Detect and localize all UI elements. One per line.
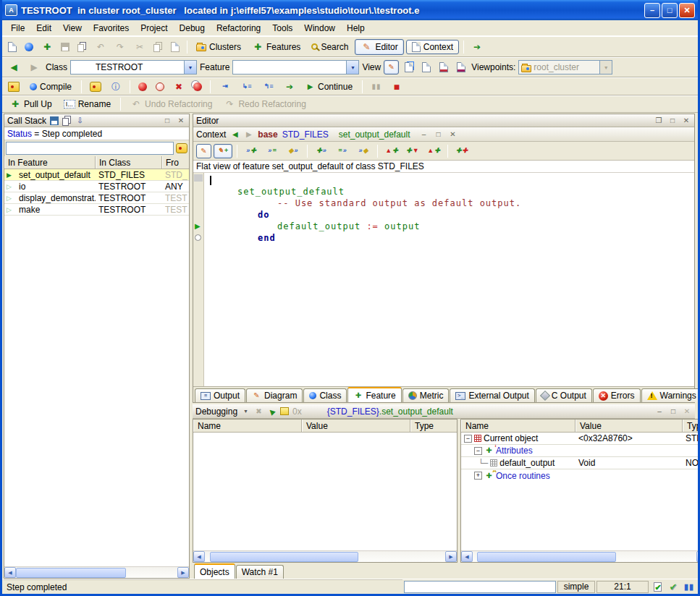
call-stack-row[interactable]: ▷ display_demonstrat... TESTROOT TEST [4, 192, 189, 204]
menu-project[interactable]: Project [135, 21, 173, 35]
pause-button[interactable]: ▮▮ [368, 80, 385, 94]
debug-context-class[interactable]: {STD_FILES} [327, 406, 379, 417]
menu-view[interactable]: View [57, 21, 88, 35]
scroll-left-icon[interactable]: ◀ [193, 551, 205, 562]
breakpoint-slot-icon[interactable] [195, 234, 201, 241]
melt-button[interactable] [5, 80, 22, 93]
object-tree-row[interactable]: −Current object <0x32A8760> STD [461, 433, 700, 445]
call-stack-header[interactable]: Call Stack ⇩ □ ✕ [4, 114, 189, 127]
tab-errors[interactable]: ✕Errors [593, 388, 641, 402]
call-stack-filter-input[interactable] [6, 142, 174, 155]
copy-button[interactable] [151, 41, 166, 54]
tab-output[interactable]: ≡Output [195, 388, 245, 402]
continue-button[interactable]: ▶ Continue [301, 80, 357, 94]
editor-close-icon[interactable]: ✕ [681, 116, 691, 124]
menu-file[interactable]: File [5, 21, 30, 35]
new-class-button[interactable]: ✚ [38, 40, 56, 54]
feature-dropdown-icon[interactable]: ▼ [346, 61, 358, 74]
view-editor-button[interactable]: ✎ [384, 60, 399, 74]
scroll-thumb[interactable] [16, 568, 126, 578]
descendants-button[interactable]: ✚▼ [403, 144, 422, 158]
debugger-state-icon[interactable]: ▮▮ [682, 581, 696, 593]
tab-external-output[interactable]: >_External Output [450, 388, 534, 402]
objects-column-value[interactable]: Value [575, 420, 683, 432]
breakpoints-tool-button[interactable] [190, 81, 205, 93]
compile-button[interactable]: Compile [25, 80, 76, 93]
context-back-icon[interactable]: ◀ [230, 129, 240, 140]
menu-refactoring[interactable]: Refactoring [211, 21, 266, 35]
suppliers-button[interactable]: ✚✚ [452, 144, 471, 158]
watch-column-value[interactable]: Value [302, 420, 410, 432]
history-back-button[interactable]: ◀ [5, 60, 22, 74]
debugging-minimize-icon[interactable]: – [654, 407, 665, 415]
scroll-track[interactable] [473, 551, 696, 562]
titlebar[interactable]: A TESTROOT in cluster root_cluster locat… [2, 0, 698, 20]
code-editor[interactable]: set_output_default -- Use standard outpu… [204, 173, 694, 386]
tab-class[interactable]: Class [303, 388, 347, 402]
menu-favorites[interactable]: Favorites [88, 21, 135, 35]
debugging-dropdown-icon[interactable]: ▼ [241, 406, 250, 417]
stop-button[interactable]: ■ [388, 80, 405, 94]
call-stack-hscrollbar[interactable]: ◀ ▶ [4, 566, 189, 578]
call-stack-row[interactable]: ▷ make TESTROOT TEST [4, 204, 189, 216]
class-combobox[interactable]: ▼ [70, 60, 197, 74]
assigners-view-button[interactable]: »= [263, 144, 282, 158]
context-toggle-button[interactable]: Context [406, 40, 459, 54]
scroll-right-icon[interactable]: ▶ [177, 567, 189, 578]
editor-gutter[interactable]: ▶ [193, 173, 204, 386]
feature-combobox[interactable]: ▼ [232, 60, 359, 74]
view-clickable-button[interactable] [402, 61, 416, 74]
disable-breakpoints-button[interactable] [153, 81, 167, 93]
assignees-view-button[interactable]: =» [333, 144, 352, 158]
clickable-view-button[interactable]: ✎+ [214, 144, 232, 158]
step-over-button[interactable]: ⇥ [216, 80, 235, 94]
debugging-close-icon[interactable]: ✕ [682, 407, 692, 415]
scroll-left-icon[interactable]: ◀ [4, 567, 16, 578]
hex-format-label[interactable]: 0x [292, 406, 302, 417]
contract-view-button[interactable]: ◆» [284, 144, 303, 158]
context-forward-icon[interactable]: ▶ [244, 129, 253, 140]
step-into-button[interactable]: ↳≡ [237, 80, 256, 94]
object-tree-row[interactable]: +✚AOnce routines [461, 469, 700, 482]
info-button[interactable]: ⓘ [107, 80, 125, 94]
menu-edit[interactable]: Edit [30, 21, 57, 35]
expand-icon[interactable]: + [474, 472, 482, 480]
call-stack-row[interactable]: ▷ io TESTROOT ANY [4, 181, 189, 192]
watch-column-type[interactable]: Type [410, 420, 457, 432]
tab-feature[interactable]: ✚Feature [347, 387, 401, 402]
menu-debug[interactable]: Debug [174, 21, 211, 35]
objects-table-hscrollbar[interactable]: ◀ ▶ [461, 550, 700, 562]
compile-help-button[interactable] [87, 80, 104, 93]
feature-input[interactable] [233, 62, 346, 72]
new-window-button[interactable] [5, 41, 20, 54]
column-in-class[interactable]: In Class [96, 156, 162, 169]
close-button[interactable]: ✕ [679, 3, 695, 18]
menu-window[interactable]: Window [298, 21, 341, 35]
undo-refactoring-button[interactable]: ↶ Undo Refactoring [126, 97, 216, 111]
column-from[interactable]: Fro [162, 156, 189, 169]
tab-objects[interactable]: Objects [194, 563, 235, 579]
class-dropdown-icon[interactable]: ▼ [184, 61, 196, 74]
breadcrumb-keyword[interactable]: base [258, 129, 277, 140]
menu-tools[interactable]: Tools [266, 21, 298, 35]
objects-column-name[interactable]: Name [461, 420, 575, 432]
undo-button[interactable]: ↶ [92, 40, 109, 54]
scroll-left-icon[interactable]: ◀ [461, 551, 473, 562]
copy-call-stack-icon[interactable] [62, 118, 69, 126]
object-tree-row[interactable]: └─default_output Void NON [461, 457, 700, 469]
tab-c-output[interactable]: C Output [536, 388, 592, 402]
open-button[interactable] [22, 41, 36, 53]
tab-warnings[interactable]: Warnings [641, 388, 700, 402]
save-all-button[interactable] [75, 41, 90, 54]
watch-column-name[interactable]: Name [193, 420, 302, 432]
callers-view-button[interactable]: ✚» [312, 144, 331, 158]
scroll-track[interactable] [205, 551, 445, 562]
minimize-button[interactable]: – [644, 3, 660, 18]
breadcrumb-feature[interactable]: set_output_default [339, 129, 410, 140]
collapse-icon[interactable]: − [474, 447, 482, 455]
context-maximize-icon[interactable]: □ [434, 130, 444, 138]
attach-call-stack-icon[interactable]: ⇩ [75, 115, 85, 127]
objects-table-body[interactable]: −Current object <0x32A8760> STD −✚!Attri… [461, 433, 700, 550]
run-button[interactable]: ➔ [281, 80, 298, 94]
features-button[interactable]: ✚ Features [248, 40, 305, 54]
